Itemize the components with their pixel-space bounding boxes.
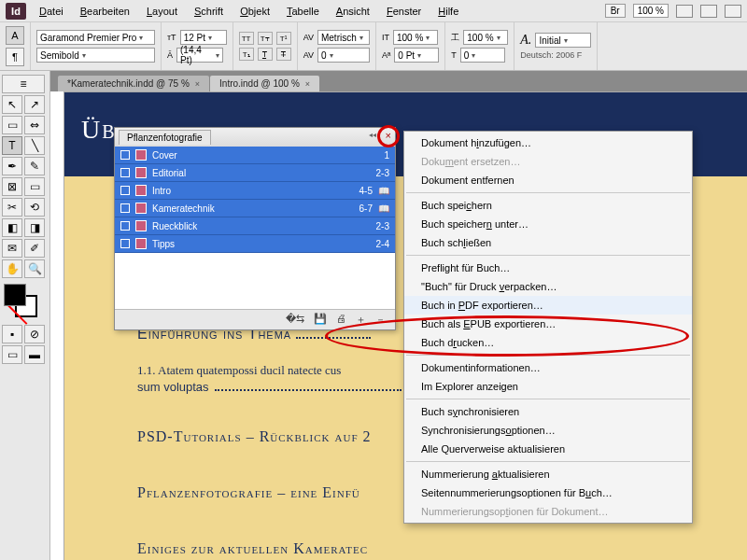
- charstyle-icon: A.: [520, 33, 531, 48]
- book-row[interactable]: Editorial2-3: [115, 164, 395, 182]
- menu-doc-info[interactable]: Dokumentinformationen…: [404, 358, 692, 377]
- book-panel-header[interactable]: Pflanzenfotografie ◂◂ ×: [115, 128, 395, 147]
- apply-color-button[interactable]: ▪: [2, 325, 22, 343]
- book-row[interactable]: Kameratechnik6-7📖: [115, 200, 395, 217]
- gradient-feather-tool[interactable]: ◨: [24, 218, 45, 237]
- book-row[interactable]: Intro4-5📖: [115, 182, 395, 200]
- add-doc-icon[interactable]: ＋: [356, 313, 366, 327]
- charstyle-field[interactable]: Initial: [535, 33, 591, 48]
- menu-sync-book[interactable]: Buch synchronisieren: [404, 402, 692, 421]
- menu-save-book[interactable]: Buch speichern: [404, 196, 692, 215]
- skew-field[interactable]: 0: [460, 48, 505, 63]
- close-icon[interactable]: ×: [195, 79, 200, 89]
- language-field[interactable]: Deutsch: 2006 F: [520, 50, 591, 60]
- menu-fenster[interactable]: Fenster: [379, 3, 429, 20]
- menu-ansicht[interactable]: Ansicht: [329, 3, 377, 20]
- book-panel-menu: Dokument hinzufügen… Dokument ersetzen… …: [403, 131, 693, 524]
- rect-tool[interactable]: ▭: [24, 177, 45, 196]
- book-row[interactable]: Tipps2-4: [115, 235, 395, 253]
- preview-view-button[interactable]: ▬: [24, 345, 45, 364]
- menu-tabelle[interactable]: Tabelle: [279, 3, 327, 20]
- hscale-field[interactable]: 100 %: [463, 30, 508, 45]
- menu-hilfe[interactable]: Hilfe: [430, 3, 466, 20]
- eyedropper-tool[interactable]: ✐: [24, 239, 45, 258]
- doctab-intro[interactable]: Intro.indd @ 100 %×: [210, 76, 319, 91]
- font-size-field[interactable]: 12 Pt: [180, 30, 227, 45]
- menu-show-explorer[interactable]: Im Explorer anzeigen: [404, 377, 692, 396]
- arrange-icon[interactable]: [700, 5, 717, 18]
- view-options-icon[interactable]: [725, 5, 741, 18]
- type-tool[interactable]: T: [2, 136, 22, 155]
- tracking-field[interactable]: 0: [317, 48, 370, 63]
- smallcaps-button[interactable]: Tᴛ: [258, 32, 273, 45]
- paragraph-mode-button[interactable]: ¶: [6, 48, 24, 66]
- indesign-doc-icon: [135, 220, 147, 231]
- pencil-tool[interactable]: ✎: [24, 157, 45, 175]
- direct-selection-tool[interactable]: ↗: [24, 95, 45, 114]
- fill-stroke-swatch[interactable]: [2, 284, 45, 319]
- menu-add-document[interactable]: Dokument hinzufügen…: [404, 133, 692, 152]
- line-tool[interactable]: ╲: [24, 136, 45, 155]
- menu-layout[interactable]: Layout: [139, 3, 185, 20]
- superscript-button[interactable]: T¹: [276, 32, 291, 45]
- strike-button[interactable]: T̶: [276, 48, 291, 61]
- pen-tool[interactable]: ✒: [2, 157, 22, 175]
- page-tool[interactable]: ▭: [2, 116, 22, 134]
- menu-print-book[interactable]: Buch drucken…: [404, 333, 692, 352]
- screen-mode-icon[interactable]: [676, 5, 693, 18]
- font-family-field[interactable]: Garamond Premier Pro: [36, 30, 155, 45]
- menu-close-book[interactable]: Buch schließen: [404, 233, 692, 252]
- subscript-button[interactable]: T₁: [239, 48, 254, 61]
- menu-package[interactable]: "Buch" für Druck verpacken…: [404, 277, 692, 296]
- zoom-tool[interactable]: 🔍: [24, 259, 45, 278]
- menu-update-numbering[interactable]: Nummerierung aktualisieren: [404, 465, 692, 483]
- menu-bearbeiten[interactable]: Bearbeiten: [73, 3, 137, 20]
- menu-sync-options[interactable]: Synchronisierungsoptionen…: [404, 421, 692, 440]
- transform-tool[interactable]: ⟲: [24, 198, 45, 217]
- bridge-button[interactable]: Br: [605, 4, 626, 18]
- note-tool[interactable]: ✉: [2, 239, 22, 258]
- underline-button[interactable]: T̲: [258, 48, 273, 61]
- kerning-icon: AV: [303, 33, 314, 42]
- menu-save-book-as[interactable]: Buch speichern unter…: [404, 215, 692, 233]
- collapse-icon[interactable]: ◂◂: [369, 131, 376, 139]
- gap-tool[interactable]: ⇔: [24, 116, 45, 134]
- menu-export-epub[interactable]: Buch als EPUB exportieren…: [404, 315, 692, 333]
- book-panel-tab[interactable]: Pflanzenfotografie: [119, 130, 211, 145]
- apply-none-button[interactable]: ⊘: [24, 325, 45, 343]
- menu-preflight[interactable]: Preflight für Buch…: [404, 259, 692, 277]
- zoom-level[interactable]: 100 %: [633, 4, 669, 18]
- hand-tool[interactable]: ✋: [2, 259, 22, 278]
- font-weight-field[interactable]: Semibold: [36, 48, 155, 63]
- menu-remove-document[interactable]: Dokument entfernen: [404, 171, 692, 189]
- character-mode-button[interactable]: A: [6, 26, 24, 45]
- baseline-icon: Aª: [382, 50, 390, 60]
- allcaps-button[interactable]: TT: [239, 32, 254, 45]
- doctab-kameratechnik[interactable]: *Kameratechnik.indd @ 75 %×: [58, 76, 209, 91]
- menu-schrift[interactable]: Schrift: [187, 3, 231, 20]
- menu-page-number-options[interactable]: Seitennummerierungsoptionen für Buch…: [404, 483, 692, 502]
- sync-icon[interactable]: �⇆: [286, 313, 304, 327]
- remove-doc-icon[interactable]: －: [375, 313, 386, 327]
- vscale-field[interactable]: 100 %: [393, 30, 438, 45]
- print-icon[interactable]: 🖨: [336, 313, 346, 327]
- kerning-field[interactable]: Metrisch: [317, 30, 370, 45]
- selection-tool[interactable]: ↖: [2, 95, 22, 114]
- toolbox-grip[interactable]: ≡: [2, 75, 45, 93]
- menu-datei[interactable]: Datei: [32, 3, 71, 20]
- leading-icon: Ā: [167, 50, 173, 60]
- book-row[interactable]: Rueckblick2-3: [115, 217, 395, 235]
- scissors-tool[interactable]: ✂: [2, 198, 22, 217]
- leading-field[interactable]: (14,4 Pt): [176, 48, 223, 63]
- book-row[interactable]: Cover1: [115, 147, 395, 164]
- baseline-field[interactable]: 0 Pt: [394, 48, 439, 63]
- menu-export-pdf[interactable]: Buch in PDF exportieren…: [404, 296, 692, 315]
- close-icon[interactable]: ×: [305, 79, 310, 89]
- menu-objekt[interactable]: Objekt: [233, 3, 277, 20]
- save-icon[interactable]: 💾: [314, 313, 327, 327]
- menu-update-xrefs[interactable]: Alle Querverweise aktualisieren: [404, 440, 692, 458]
- rect-frame-tool[interactable]: ⊠: [2, 177, 22, 196]
- close-icon[interactable]: ×: [386, 130, 391, 141]
- normal-view-button[interactable]: ▭: [2, 345, 22, 364]
- gradient-swatch-tool[interactable]: ◧: [2, 218, 22, 237]
